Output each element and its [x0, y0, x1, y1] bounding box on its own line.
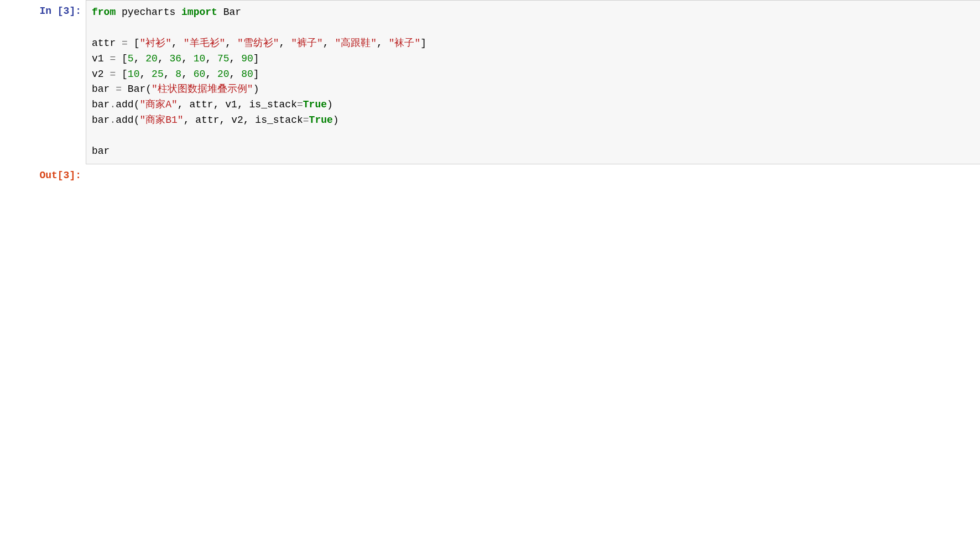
comma: , — [181, 53, 187, 64]
number-literal: 5 — [128, 53, 134, 64]
output-prompt-label: Out[3]: — [39, 170, 81, 181]
code-line: v1 = [5, 20, 36, 10, 75, 90] — [92, 51, 974, 67]
comma: , — [158, 53, 164, 64]
comma: , — [134, 53, 140, 64]
output-cell: Out[3]: — [0, 164, 980, 181]
code-blank-line — [92, 128, 974, 144]
dot: . — [110, 99, 116, 110]
output-prompt: Out[3]: — [0, 164, 86, 181]
string-literal: "高跟鞋" — [335, 38, 377, 49]
string-literal: "商家A" — [139, 99, 177, 110]
string-literal: "柱状图数据堆叠示例" — [152, 84, 253, 95]
paren: ( — [134, 115, 140, 126]
arg-name: v1 — [225, 99, 237, 110]
var-name: bar — [92, 99, 110, 110]
method-name: add — [116, 115, 133, 126]
number-literal: 80 — [241, 69, 253, 80]
code-line: v2 = [10, 25, 8, 60, 20, 80] — [92, 67, 974, 82]
paren: ) — [253, 84, 259, 95]
var-name: v2 — [92, 69, 104, 80]
operator: = — [110, 53, 116, 64]
arg-name: attr — [195, 115, 219, 126]
operator: = — [297, 99, 303, 110]
code-blank-line — [92, 20, 974, 36]
code-line: bar = Bar("柱状图数据堆叠示例") — [92, 82, 974, 97]
number-literal: 20 — [217, 69, 230, 80]
comma: , — [213, 99, 220, 110]
number-literal: 60 — [194, 69, 206, 80]
code-line: attr = ["衬衫", "羊毛衫", "雪纺衫", "裤子", "高跟鞋",… — [92, 36, 974, 51]
string-literal: "羊毛衫" — [184, 38, 226, 49]
comma: , — [205, 53, 211, 64]
input-prompt: In [3]: — [0, 0, 86, 17]
kwarg-name: is_stack — [255, 115, 303, 126]
string-literal: "袜子" — [389, 38, 421, 49]
comma: , — [184, 115, 190, 126]
class-name: Bar — [128, 84, 145, 95]
module-name: pyecharts — [122, 7, 175, 18]
paren: ) — [333, 115, 339, 126]
bracket: ] — [420, 38, 426, 49]
bool-literal: True — [309, 115, 333, 126]
comma: , — [237, 99, 243, 110]
operator: = — [116, 84, 122, 95]
paren: ) — [327, 99, 333, 110]
keyword-from: from — [92, 7, 116, 18]
comma: , — [225, 38, 231, 49]
var-name: bar — [92, 84, 110, 95]
keyword-import: import — [181, 7, 217, 18]
kwarg-name: is_stack — [249, 99, 297, 110]
number-literal: 36 — [170, 53, 182, 64]
operator: = — [303, 115, 309, 126]
comma: , — [171, 38, 178, 49]
input-prompt-label: In [3]: — [39, 6, 81, 17]
bool-literal: True — [303, 99, 327, 110]
output-area — [86, 164, 980, 175]
var-name: bar — [92, 115, 110, 126]
comma: , — [279, 38, 285, 49]
number-literal: 25 — [152, 69, 164, 80]
comma: , — [323, 38, 329, 49]
arg-name: v2 — [231, 115, 243, 126]
class-name: Bar — [223, 7, 241, 18]
input-cell: In [3]: from pyecharts import Barattr = … — [0, 0, 980, 164]
comma: , — [205, 69, 211, 80]
bracket: [ — [122, 69, 128, 80]
code-line: from pyecharts import Bar — [92, 5, 974, 20]
comma: , — [230, 69, 236, 80]
bracket: [ — [122, 53, 128, 64]
var-name: v1 — [92, 53, 104, 64]
string-literal: "衬衫" — [139, 38, 171, 49]
paren: ( — [134, 99, 140, 110]
comma: , — [243, 115, 249, 126]
arg-name: attr — [189, 99, 213, 110]
comma: , — [178, 99, 184, 110]
code-line: bar.add("商家B1", attr, v2, is_stack=True) — [92, 113, 974, 128]
comma: , — [181, 69, 187, 80]
comma: , — [377, 38, 383, 49]
method-name: add — [116, 99, 133, 110]
code-line: bar.add("商家A", attr, v1, is_stack=True) — [92, 97, 974, 113]
number-literal: 20 — [145, 53, 158, 64]
string-literal: "雪纺衫" — [237, 38, 279, 49]
string-literal: "裤子" — [291, 38, 323, 49]
code-line: bar — [92, 144, 974, 159]
number-literal: 8 — [175, 69, 181, 80]
number-literal: 10 — [128, 69, 140, 80]
comma: , — [164, 69, 170, 80]
string-literal: "商家B1" — [139, 115, 183, 126]
bracket: [ — [134, 38, 140, 49]
number-literal: 75 — [217, 53, 230, 64]
bracket: ] — [253, 53, 259, 64]
code-editor[interactable]: from pyecharts import Barattr = ["衬衫", "… — [86, 0, 980, 164]
comma: , — [220, 115, 226, 126]
number-literal: 90 — [241, 53, 253, 64]
paren: ( — [145, 84, 152, 95]
var-name: bar — [92, 146, 110, 157]
comma: , — [139, 69, 145, 80]
comma: , — [230, 53, 236, 64]
operator: = — [110, 69, 116, 80]
operator: = — [122, 38, 128, 49]
number-literal: 10 — [194, 53, 206, 64]
dot: . — [110, 115, 116, 126]
